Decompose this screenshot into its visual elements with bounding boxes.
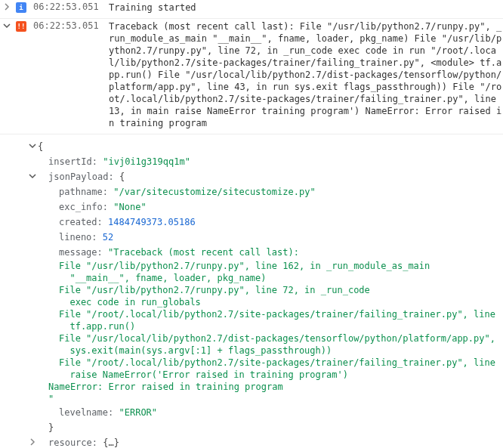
json-message-body: File "/usr/lib/python2.7/runpy.py", line…: [27, 260, 503, 405]
error-icon: !!: [16, 21, 26, 32]
log-expanded-json: { insertId: "ivj0i1g319qq1m" jsonPayload…: [0, 134, 503, 448]
json-field-lineno[interactable]: lineno: 52: [27, 230, 503, 245]
collapse-arrow[interactable]: [0, 20, 14, 32]
info-icon: i: [16, 2, 26, 13]
log-row-error[interactable]: !! 06:22:53.051 Traceback (most recent c…: [0, 19, 503, 134]
expand-arrow[interactable]: [0, 2, 14, 13]
json-field-excinfo[interactable]: exc_info: "None": [27, 199, 503, 215]
caret-down-icon[interactable]: [27, 139, 38, 154]
log-message: Training started: [104, 2, 503, 14]
log-row-info[interactable]: i 06:22:53.051 Training started: [0, 0, 503, 19]
log-timestamp: 06:22:53.051: [29, 2, 104, 12]
json-root-open[interactable]: {: [27, 139, 503, 154]
log-timestamp: 06:22:53.051: [29, 20, 104, 31]
json-field-resource[interactable]: resource: {…}: [27, 435, 503, 448]
json-field-levelname[interactable]: levelname: "ERROR": [27, 405, 503, 420]
json-field-insertid[interactable]: insertId: "ivj0i1g319qq1m": [27, 154, 503, 169]
json-payload-close: }: [27, 420, 503, 435]
log-message: Traceback (most recent call last): File …: [104, 20, 503, 129]
json-field-message[interactable]: message: "Traceback (most recent call la…: [27, 245, 503, 260]
brace-open: {: [38, 139, 43, 154]
severity-badge-error: !!: [14, 20, 29, 32]
caret-right-icon[interactable]: [27, 435, 38, 448]
caret-down-icon[interactable]: [27, 169, 38, 184]
severity-badge-info: i: [14, 2, 29, 13]
json-field-created[interactable]: created: 1484749373.05186: [27, 215, 503, 230]
json-field-pathname[interactable]: pathname: "/var/sitecustomize/sitecustom…: [27, 184, 503, 199]
json-field-jsonpayload[interactable]: jsonPayload: {: [27, 169, 503, 184]
